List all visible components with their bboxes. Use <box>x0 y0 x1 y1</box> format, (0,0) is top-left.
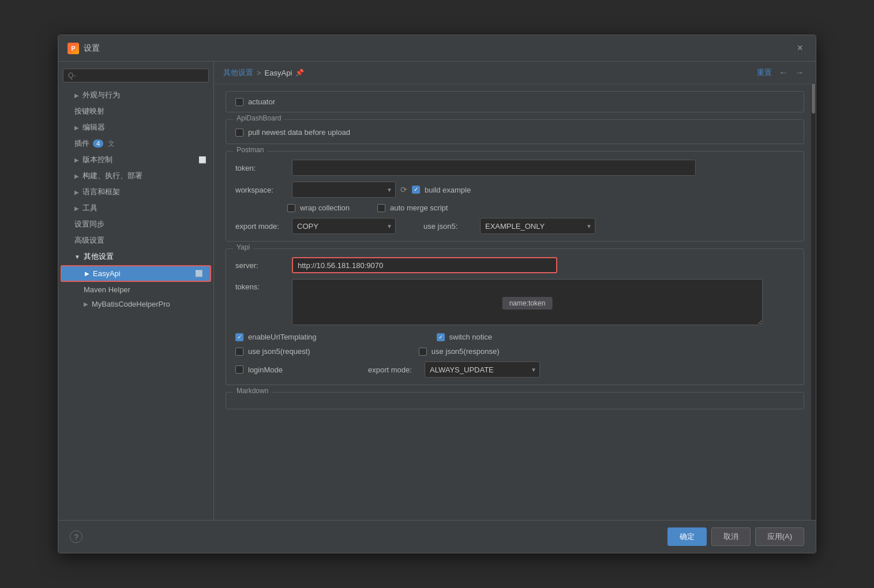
enable-url-label: enableUrlTemplating <box>248 333 317 341</box>
help-icon[interactable]: ? <box>70 530 82 543</box>
sidebar-item-maven-helper[interactable]: Maven Helper <box>58 282 213 297</box>
export-json5-row: export mode: COPY ALWAYS_UPDATE NEVER_UP… <box>235 218 794 234</box>
auto-merge-checkbox[interactable] <box>377 204 385 212</box>
postman-group-label: Postman <box>233 146 267 154</box>
apidashboard-group-label: ApiDashBoard <box>233 114 284 122</box>
use-json5-label: use json5: <box>423 222 475 231</box>
server-input[interactable] <box>292 257 557 273</box>
token-input[interactable] <box>292 160 696 176</box>
login-mode-label: loginMode <box>248 365 283 374</box>
apply-button[interactable]: 应用(A) <box>755 527 804 546</box>
sidebar-item-keymap[interactable]: 按键映射 <box>58 103 213 119</box>
json5-res-checkbox[interactable] <box>419 348 427 356</box>
sidebar-item-easyapi[interactable]: ▶ EasyApi ⬜ <box>62 266 210 281</box>
close-button[interactable]: × <box>793 41 807 55</box>
titlebar: P 设置 × <box>58 35 816 62</box>
json5-req-checkbox[interactable] <box>235 348 243 356</box>
settings-dialog: P 设置 × ▶ 外观与行为 按键映射 ▶ 编辑器 插件 4 文 <box>58 35 816 553</box>
actuator-label: actuator <box>248 97 275 106</box>
sidebar-item-advanced[interactable]: 高级设置 <box>58 232 213 248</box>
sidebar-item-label: 构建、执行、部署 <box>82 171 142 181</box>
auto-merge-label: auto merge script <box>390 203 448 212</box>
postman-body: token: workspace: ▼ <box>226 152 804 241</box>
plugins-badge: 4 <box>93 140 103 148</box>
sidebar-item-tools[interactable]: ▶ 工具 <box>58 200 213 216</box>
dialog-body: ▶ 外观与行为 按键映射 ▶ 编辑器 插件 4 文 ▶ 版本控制 ⬜ ▶ <box>58 62 816 520</box>
search-input[interactable] <box>63 69 209 82</box>
tokens-textarea[interactable] <box>292 279 763 325</box>
token-row: token: <box>235 160 794 176</box>
use-json5-select[interactable]: EXAMPLE_ONLY ALL NEVER <box>480 218 595 234</box>
scrollbar-thumb[interactable] <box>812 79 815 114</box>
breadcrumb-separator: > <box>257 69 261 77</box>
app-icon: P <box>67 43 79 54</box>
switch-notice-checkbox[interactable] <box>437 333 445 341</box>
actuator-row: actuator <box>235 97 794 106</box>
login-export-row: loginMode export mode: ALWAYS_UPDATE COP… <box>235 361 794 378</box>
build-example-label: build example <box>425 186 471 194</box>
login-mode-checkbox[interactable] <box>235 365 243 374</box>
wrap-collection-label: wrap collection <box>300 203 350 212</box>
sidebar-item-vcs[interactable]: ▶ 版本控制 ⬜ <box>58 152 213 168</box>
sidebar-item-label: 工具 <box>82 203 97 213</box>
server-row: server: <box>235 257 794 273</box>
breadcrumb: 其他设置 > EasyApi 📌 <box>223 67 304 78</box>
reset-button[interactable]: 重置 <box>757 67 772 78</box>
forward-button[interactable]: → <box>793 67 807 78</box>
sidebar-item-label: 外观与行为 <box>82 90 120 100</box>
cancel-button[interactable]: 取消 <box>711 527 751 546</box>
sidebar-item-other[interactable]: ▼ 其他设置 <box>58 248 213 265</box>
sidebar-item-plugins[interactable]: 插件 4 文 <box>58 135 213 152</box>
yapi-export-mode-label: export mode: <box>368 365 420 374</box>
pull-newest-row: pull newest data before upload <box>235 128 794 137</box>
yapi-body: server: tokens: name:token <box>226 249 804 385</box>
chevron-icon: ▶ <box>74 189 79 195</box>
sidebar-item-label: 语言和框架 <box>82 187 120 197</box>
actuator-section: actuator <box>226 91 804 112</box>
export-mode-select[interactable]: COPY ALWAYS_UPDATE NEVER_UPDATE <box>292 218 396 234</box>
yapi-section: Yapi server: tokens: name:token <box>226 248 804 385</box>
pull-newest-checkbox[interactable] <box>235 129 243 137</box>
translate-icon: 文 <box>108 139 115 149</box>
chevron-icon: ▶ <box>84 301 88 307</box>
sidebar: ▶ 外观与行为 按键映射 ▶ 编辑器 插件 4 文 ▶ 版本控制 ⬜ ▶ <box>58 62 214 520</box>
export-mode-label: export mode: <box>235 222 287 231</box>
sidebar-item-lang[interactable]: ▶ 语言和框架 <box>58 184 213 200</box>
title-area: P 设置 <box>67 43 100 54</box>
apidashboard-section: ApiDashBoard pull newest data before upl… <box>226 119 804 144</box>
sidebar-item-appearance[interactable]: ▶ 外观与行为 <box>58 87 213 103</box>
token-label: token: <box>235 164 287 172</box>
confirm-button[interactable]: 确定 <box>667 527 707 546</box>
workspace-select[interactable] <box>292 182 396 198</box>
breadcrumb-bar: 其他设置 > EasyApi 📌 重置 ← → <box>214 62 816 84</box>
breadcrumb-parent[interactable]: 其他设置 <box>223 67 253 78</box>
build-example-checkbox[interactable] <box>412 186 420 194</box>
tokens-wrapper: name:token <box>292 279 763 327</box>
sidebar-item-label: 其他设置 <box>84 251 114 262</box>
wrap-collection-checkbox[interactable] <box>287 204 295 212</box>
workspace-select-wrapper: ▼ <box>292 182 396 198</box>
tokens-row: tokens: name:token <box>235 279 794 327</box>
workspace-row: workspace: ▼ ⟳ build example <box>235 182 794 198</box>
refresh-icon[interactable]: ⟳ <box>400 185 407 194</box>
vcs-icon: ⬜ <box>198 156 207 164</box>
sidebar-item-build[interactable]: ▶ 构建、执行、部署 <box>58 168 213 184</box>
markdown-section: Markdown <box>226 392 804 409</box>
export-mode-wrapper: COPY ALWAYS_UPDATE NEVER_UPDATE ▼ <box>292 218 396 234</box>
sidebar-item-label: 编辑器 <box>82 122 105 133</box>
pin-icon[interactable]: 📌 <box>295 69 304 77</box>
sidebar-item-editor[interactable]: ▶ 编辑器 <box>58 119 213 135</box>
sidebar-item-sync[interactable]: 设置同步 <box>58 216 213 232</box>
scrollbar-track[interactable] <box>811 62 816 520</box>
sidebar-item-mybatis[interactable]: ▶ MyBatisCodeHelperPro <box>58 297 213 311</box>
switch-notice-label: switch notice <box>449 333 492 341</box>
json5-row: use json5(request) use json5(response) <box>235 347 794 356</box>
back-button[interactable]: ← <box>777 67 790 78</box>
use-json5-wrapper: EXAMPLE_ONLY ALL NEVER ▼ <box>480 218 595 234</box>
yapi-export-mode-select[interactable]: ALWAYS_UPDATE COPY NEVER_UPDATE <box>425 361 540 378</box>
sidebar-item-label: 版本控制 <box>82 154 112 165</box>
server-label: server: <box>235 261 287 270</box>
actuator-checkbox[interactable] <box>235 98 243 106</box>
enable-url-checkbox[interactable] <box>235 333 243 341</box>
breadcrumb-actions: 重置 ← → <box>757 67 807 78</box>
